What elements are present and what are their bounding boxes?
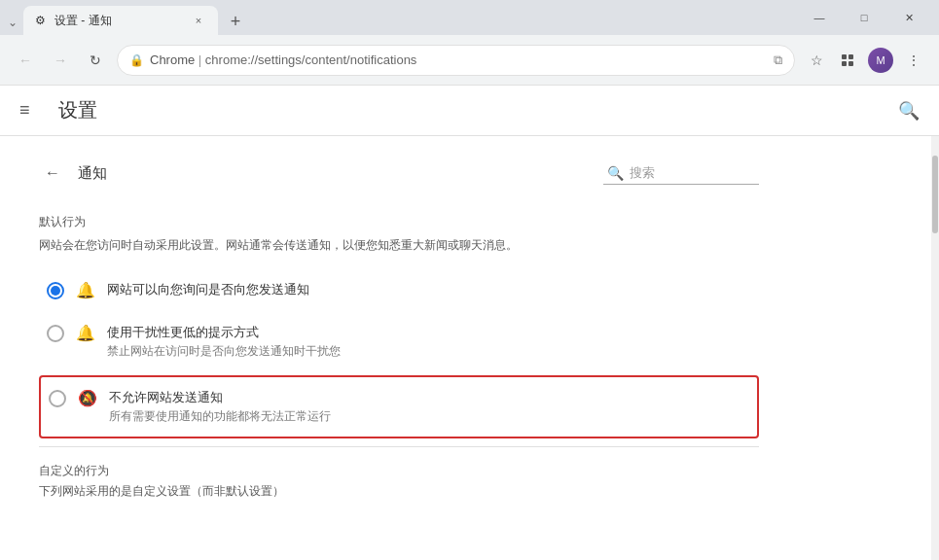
reload-button[interactable]: ↻: [82, 47, 109, 74]
quiet-label-sub: 禁止网站在访问时是否向您发送通知时干扰您: [107, 343, 751, 360]
block-label: 不允许网站发送通知 所有需要使用通知的功能都将无法正常运行: [109, 389, 749, 425]
menu-button[interactable]: ⋮: [900, 47, 927, 74]
title-bar: ⌄ ⚙ 设置 - 通知 × + — □ ✕: [0, 0, 939, 35]
allow-notifications-option[interactable]: 🔔 网站可以向您询问是否向您发送通知: [39, 269, 759, 312]
bell-icon: 🔔: [76, 281, 95, 299]
maximize-button[interactable]: □: [842, 4, 886, 31]
settings-header: ≡ 设置 🔍: [0, 86, 939, 136]
custom-behavior-desc: 下列网站采用的是自定义设置（而非默认设置）: [39, 483, 759, 500]
search-box-icon: 🔍: [607, 165, 624, 181]
search-box[interactable]: 🔍 搜索: [603, 162, 759, 185]
address-bar: ← → ↻ 🔒 Chrome | chrome://settings/conte…: [0, 35, 939, 86]
default-behavior-desc: 网站会在您访问时自动采用此设置。网站通常会传送通知，以便您知悉重大新闻或聊天消息…: [39, 236, 759, 254]
bell-muted-icon: 🔕: [78, 389, 97, 407]
address-input[interactable]: 🔒 Chrome | chrome://settings/content/not…: [117, 45, 795, 76]
block-notifications-highlighted-box: 🔕 不允许网站发送通知 所有需要使用通知的功能都将无法正常运行: [39, 375, 759, 438]
svg-rect-0: [842, 54, 847, 59]
svg-rect-2: [842, 61, 847, 66]
settings-page-title: 设置: [58, 97, 97, 123]
quiet-notifications-option[interactable]: 🔔 使用干扰性更低的提示方式 禁止网站在访问时是否向您发送通知时干扰您: [39, 312, 759, 371]
browser-frame: ⌄ ⚙ 设置 - 通知 × + — □ ✕ ← → ↻ 🔒 Chrome | c…: [0, 0, 939, 560]
tab-favicon-icon: ⚙: [35, 14, 49, 27]
block-radio-button[interactable]: [49, 390, 66, 407]
main-content: ← 通知 🔍 搜索 默认行为 网站会在您访问时自动采用此设置。网站通常会传送通知…: [0, 136, 939, 560]
tab-expand-icon[interactable]: ⌄: [8, 16, 23, 35]
scroll-thumb[interactable]: [932, 156, 938, 233]
back-to-settings-button[interactable]: ←: [39, 159, 66, 187]
page-header: ← 通知 🔍 搜索: [39, 156, 759, 191]
quiet-label: 使用干扰性更低的提示方式 禁止网站在访问时是否向您发送通知时干扰您: [107, 324, 751, 360]
quiet-label-main: 使用干扰性更低的提示方式: [107, 324, 751, 341]
lock-icon: 🔒: [129, 53, 144, 67]
quiet-radio-button[interactable]: [47, 325, 64, 342]
address-text: Chrome | chrome://settings/content/notif…: [150, 52, 768, 67]
content-panel: ← 通知 🔍 搜索 默认行为 网站会在您访问时自动采用此设置。网站通常会传送通知…: [0, 136, 931, 560]
new-tab-button[interactable]: +: [222, 8, 249, 35]
tab-title: 设置 - 通知: [54, 13, 185, 29]
tab-close-button[interactable]: ×: [191, 13, 206, 28]
allow-label: 网站可以向您询问是否向您发送通知: [107, 281, 751, 300]
url-separator: |: [195, 52, 205, 67]
allow-radio-button[interactable]: [47, 282, 64, 299]
allow-label-main: 网站可以向您询问是否向您发送通知: [107, 281, 751, 298]
scroll-track[interactable]: [931, 136, 939, 560]
copy-icon[interactable]: ⧉: [774, 52, 782, 68]
hamburger-menu-icon[interactable]: ≡: [19, 100, 43, 121]
block-label-main: 不允许网站发送通知: [109, 389, 749, 406]
block-label-sub: 所有需要使用通知的功能都将无法正常运行: [109, 408, 749, 425]
custom-behavior-label: 自定义的行为: [39, 463, 759, 479]
minimize-button[interactable]: —: [797, 4, 842, 31]
window-controls: — □ ✕: [797, 4, 931, 35]
settings-search-icon[interactable]: 🔍: [898, 100, 920, 122]
svg-rect-1: [849, 54, 853, 59]
back-button[interactable]: ←: [12, 47, 39, 74]
block-notifications-option[interactable]: 🔕 不允许网站发送通知 所有需要使用通知的功能都将无法正常运行: [41, 377, 757, 437]
close-button[interactable]: ✕: [886, 4, 931, 31]
svg-rect-3: [849, 61, 853, 66]
profile-button[interactable]: M: [865, 45, 896, 76]
settings-container: ≡ 设置 🔍 ← 通知 🔍 搜索: [0, 86, 939, 560]
notification-page-title: 通知: [78, 164, 107, 183]
address-actions: ☆ M ⋮: [803, 45, 927, 76]
notification-page: ← 通知 🔍 搜索 默认行为 网站会在您访问时自动采用此设置。网站通常会传送通知…: [0, 136, 798, 519]
section-divider: [39, 446, 759, 447]
bookmark-button[interactable]: ☆: [803, 47, 830, 74]
tab-area: ⌄ ⚙ 设置 - 通知 × +: [8, 6, 797, 35]
chrome-label: Chrome: [150, 52, 195, 67]
forward-button[interactable]: →: [47, 47, 74, 74]
search-input-placeholder[interactable]: 搜索: [630, 164, 655, 182]
active-tab[interactable]: ⚙ 设置 - 通知 ×: [23, 6, 218, 35]
bell-quiet-icon: 🔔: [76, 324, 95, 342]
extensions-button[interactable]: [834, 47, 861, 74]
url-text: chrome://settings/content/notifications: [205, 52, 417, 67]
default-behavior-label: 默认行为: [39, 214, 759, 230]
